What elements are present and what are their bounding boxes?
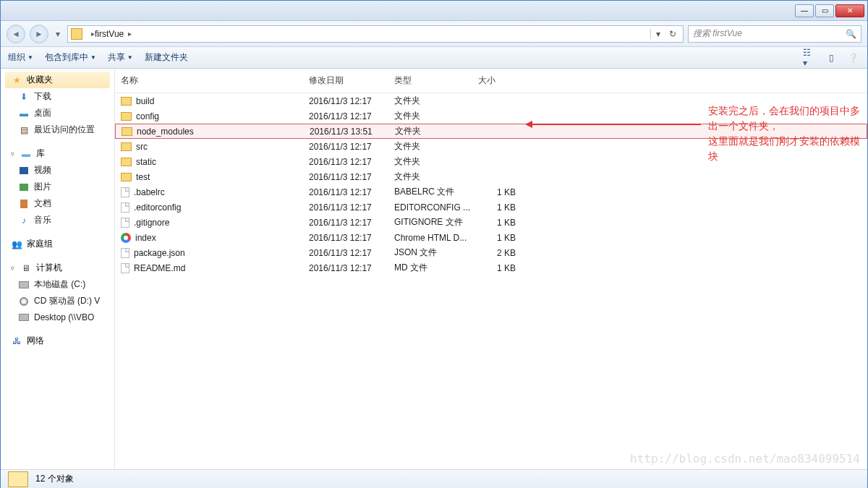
search-placeholder: 搜索 firstVue: [693, 27, 742, 40]
file-row[interactable]: .editorconfig2016/11/3 12:17EDITORCONFIG…: [115, 200, 867, 215]
column-size[interactable]: 大小: [472, 73, 537, 88]
file-modified: 2016/11/3 12:17: [303, 263, 388, 273]
homegroup-icon: 👥: [11, 239, 22, 250]
file-modified: 2016/11/3 12:17: [303, 172, 388, 182]
folder-icon: [121, 158, 132, 166]
sidebar-item-drive-c[interactable]: 本地磁盘 (C:): [1, 276, 114, 293]
forward-button[interactable]: ►: [30, 25, 48, 43]
status-bar: 12 个对象: [1, 469, 867, 488]
maximize-button[interactable]: ▭: [815, 4, 834, 17]
sidebar-item-pictures[interactable]: 图片: [1, 179, 114, 195]
close-button[interactable]: ✕: [835, 4, 864, 17]
sidebar-item-drive-desktop[interactable]: Desktop (\\VBO: [1, 309, 114, 325]
sidebar-item-desktop[interactable]: ▬桌面: [1, 105, 114, 121]
file-type: BABELRC 文件: [388, 186, 472, 198]
navigation-bar: ◄ ► ▾ ▸ firstVue ▸ ▾ ↻ 搜索 firstVue 🔍: [1, 21, 867, 47]
file-row[interactable]: .babelrc2016/11/3 12:17BABELRC 文件1 KB: [115, 184, 867, 200]
column-headers: 名称 修改日期 类型 大小: [115, 69, 867, 93]
file-name: config: [136, 111, 159, 121]
share-menu[interactable]: 共享▼: [108, 51, 133, 64]
file-name: package.json: [134, 248, 185, 258]
folder-icon: [121, 173, 132, 181]
column-type[interactable]: 类型: [388, 73, 472, 88]
organize-menu[interactable]: 组织▼: [8, 51, 33, 64]
new-folder-button[interactable]: 新建文件夹: [145, 51, 188, 64]
file-modified: 2016/11/3 12:17: [303, 233, 388, 243]
file-type: 文件夹: [388, 171, 472, 183]
cd-icon: [20, 297, 28, 306]
file-row[interactable]: test2016/11/3 12:17文件夹: [115, 169, 867, 184]
address-dropdown-icon[interactable]: ▾: [651, 29, 665, 39]
annotation-text: 安装完之后，会在我们的项目中多出一个文件夹， 这里面就是我们刚才安装的依赖模块: [708, 103, 867, 164]
file-size: 1 KB: [472, 187, 537, 197]
sidebar-item-music[interactable]: ♪音乐: [1, 212, 114, 228]
file-row[interactable]: package.json2016/11/3 12:17JSON 文件2 KB: [115, 245, 867, 260]
file-modified: 2016/11/3 12:17: [303, 111, 388, 121]
explorer-body: ★收藏夹 ⬇下载 ▬桌面 ▤最近访问的位置 ▿▬库 视频 图片 文档 ♪音乐 👥…: [1, 69, 867, 469]
file-name: index: [135, 233, 156, 243]
breadcrumb-item[interactable]: firstVue: [95, 29, 124, 39]
file-icon: [121, 202, 129, 213]
search-input[interactable]: 搜索 firstVue 🔍: [688, 25, 861, 43]
file-size: 1 KB: [472, 233, 537, 243]
file-row[interactable]: README.md2016/11/3 12:17MD 文件1 KB: [115, 260, 867, 275]
sidebar-favorites-header[interactable]: ★收藏夹: [5, 72, 110, 88]
document-icon: [20, 200, 27, 208]
file-modified: 2016/11/3 12:17: [303, 248, 388, 258]
file-type: EDITORCONFIG ...: [388, 202, 472, 213]
history-dropdown[interactable]: ▾: [53, 25, 63, 43]
recent-icon: ▤: [18, 124, 30, 136]
sidebar-computer-header[interactable]: ▿🖥计算机: [5, 260, 110, 276]
file-name: src: [136, 142, 148, 152]
file-modified: 2016/11/3 12:17: [303, 142, 388, 152]
refresh-icon[interactable]: ↻: [665, 29, 680, 39]
navigation-sidebar: ★收藏夹 ⬇下载 ▬桌面 ▤最近访问的位置 ▿▬库 视频 图片 文档 ♪音乐 👥…: [1, 69, 115, 469]
minimize-button[interactable]: —: [795, 4, 814, 17]
file-modified: 2016/11/3 12:17: [303, 157, 388, 167]
view-options-icon[interactable]: ☷ ▾: [802, 52, 817, 64]
sidebar-item-videos[interactable]: 视频: [1, 162, 114, 179]
file-icon: [121, 218, 129, 228]
toolbar: 组织▼ 包含到库中▼ 共享▼ 新建文件夹 ☷ ▾ ▯ ❔: [1, 47, 867, 69]
network-icon: 🖧: [11, 335, 22, 347]
file-name: .gitignore: [134, 218, 169, 228]
annotation-arrow: [527, 124, 701, 125]
watermark-text: http://blog.csdn.net/mao834099514: [630, 452, 860, 466]
help-icon[interactable]: ❔: [846, 52, 860, 64]
sidebar-homegroup-header[interactable]: 👥家庭组: [5, 236, 110, 252]
music-icon: ♪: [18, 215, 30, 226]
file-row[interactable]: .gitignore2016/11/3 12:17GITIGNORE 文件1 K…: [115, 215, 867, 230]
star-icon: ★: [11, 74, 22, 86]
status-text: 12 个对象: [35, 473, 74, 485]
file-modified: 2016/11/3 12:17: [303, 202, 388, 213]
sidebar-libraries-header[interactable]: ▿▬库: [5, 145, 110, 162]
back-button[interactable]: ◄: [7, 25, 25, 43]
sidebar-item-documents[interactable]: 文档: [1, 195, 114, 212]
file-size: 1 KB: [472, 263, 537, 273]
sidebar-network-header[interactable]: 🖧网络: [5, 333, 110, 349]
video-icon: [20, 167, 28, 174]
file-name: README.md: [134, 263, 185, 273]
breadcrumb-sep-icon: ▸: [128, 30, 132, 38]
file-type: MD 文件: [388, 262, 472, 274]
computer-icon: 🖥: [20, 262, 32, 274]
include-library-menu[interactable]: 包含到库中▼: [45, 51, 96, 64]
preview-pane-icon[interactable]: ▯: [824, 52, 838, 64]
network-drive-icon: [19, 314, 29, 321]
file-name: test: [136, 172, 150, 182]
file-icon: [121, 187, 129, 197]
sidebar-item-drive-d[interactable]: CD 驱动器 (D:) V: [1, 293, 114, 309]
file-name: node_modules: [137, 127, 194, 137]
file-size: 1 KB: [472, 218, 537, 228]
search-icon[interactable]: 🔍: [846, 29, 856, 39]
sidebar-item-downloads[interactable]: ⬇下载: [1, 88, 114, 105]
folder-icon: [121, 112, 132, 121]
file-row[interactable]: index2016/11/3 12:17Chrome HTML D...1 KB: [115, 230, 867, 245]
explorer-window: — ▭ ✕ ◄ ► ▾ ▸ firstVue ▸ ▾ ↻ 搜索 firstVue…: [0, 0, 868, 488]
address-bar[interactable]: ▸ firstVue ▸ ▾ ↻: [67, 25, 684, 43]
sidebar-item-recent[interactable]: ▤最近访问的位置: [1, 121, 114, 138]
column-modified[interactable]: 修改日期: [303, 73, 388, 88]
column-name[interactable]: 名称: [115, 73, 303, 88]
library-icon: ▬: [20, 148, 32, 160]
file-type: 文件夹: [388, 95, 472, 107]
